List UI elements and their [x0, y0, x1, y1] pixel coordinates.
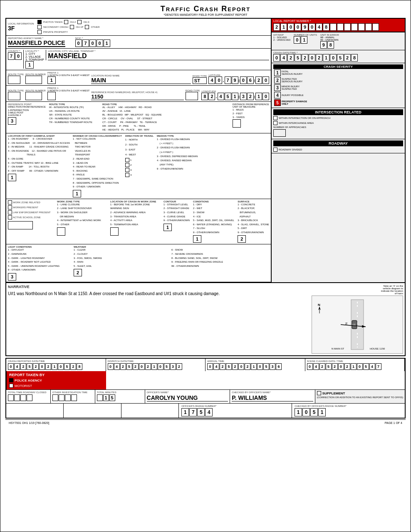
cr-0c: 0: [58, 363, 64, 370]
route-type-code-list: IR - INTERSTATE ROUTE (TF) US - FEDERAL …: [49, 106, 99, 124]
tm-1: 1: [103, 394, 109, 401]
workers-checkbox[interactable]: [8, 205, 12, 209]
ue-9: 9: [320, 41, 327, 49]
oh2-checkbox[interactable]: [64, 20, 68, 24]
rn-0: 0: [287, 23, 294, 31]
within-interchange-checkbox[interactable]: [273, 121, 277, 125]
photos-checkbox[interactable]: [37, 20, 42, 24]
local-info-group: LOCAL INFORMATION 3F: [8, 22, 34, 32]
road-svg: N N MAIN ST HOUSE 1150 U1: [316, 298, 399, 352]
sc-4: 4: [313, 363, 319, 370]
intersection-section: INTERSECTION RELATED WITHIN INTERSECTION…: [272, 108, 405, 139]
within-intersection-checkbox[interactable]: [273, 116, 277, 120]
hitskip-row: HIT/SKIP 1 - SOLVED 2 - UNSOLVED NUMBER …: [273, 34, 403, 49]
secondary-crash-label: SECONDARY CRASH: [43, 26, 68, 28]
workzone-checkbox[interactable]: [8, 200, 12, 204]
lon-1: 1: [232, 93, 238, 100]
route-type-input[interactable]: [8, 76, 20, 84]
route2-num-group: ROUTE NUMBER: [25, 89, 46, 100]
route-num-label: ROUTE NUMBER: [25, 73, 46, 76]
report-num-chars: 2 1 0 0 9 0 4 8: [273, 23, 379, 31]
severity-items: 1 FATALSERIOUS INJURY 2 SUSPECTEDSERIOUS…: [273, 69, 403, 106]
ncic-1: 1: [104, 39, 110, 47]
prefix1-group: PREFIX 1 1-NORTH 2-SOUTH 3-EAST 4-WEST 1: [47, 71, 89, 84]
svg-text:N MAIN ST: N MAIN ST: [332, 347, 344, 350]
oi-blank3: [65, 394, 71, 401]
supplement-label: SUPPLEMENT: [322, 392, 345, 395]
distance-input[interactable]: [233, 119, 241, 128]
weather-list: 1 - CLEAR6 - SNOW 2 - CLOUDY7 - SEVERE C…: [74, 248, 269, 268]
roadway-divided-checkbox[interactable]: [273, 148, 277, 152]
prefix2-input[interactable]: [47, 92, 56, 100]
route2-num-input[interactable]: [25, 92, 42, 100]
roadway-section: ROADWAY ROADWAY DIVIDED: [272, 139, 405, 153]
private-property-checkbox[interactable]: [37, 30, 42, 34]
locality-opt1: 1. CITY: [25, 52, 44, 55]
report-subtitle: *DENOTES MANDATORY FIELD FOR SUPPLEMENT …: [5, 13, 406, 16]
nu-0: 0: [294, 36, 300, 44]
harmful-value: 1: [8, 174, 16, 181]
route-num-input[interactable]: [25, 76, 42, 84]
footer-page: PAGE 1 OF 4: [385, 421, 402, 424]
cdt-0c: 0: [330, 54, 337, 62]
bottom-section: CRASH REPORTED DATE/TIME 0 4 2 5 2 0 2 1…: [5, 358, 406, 419]
report-num-label: LOCAL REPORT NUMBER *: [273, 20, 403, 22]
route2-type-input[interactable]: [8, 92, 20, 100]
route-type-group: ROUTE TYPE: [8, 73, 24, 84]
latitude-chars: 4 0 . 7 9 | 0 6 | 2 0: [208, 76, 269, 84]
law-enf-check: LAW ENFORCEMENT PRESENT: [8, 210, 54, 214]
other-checkbox[interactable]: [85, 25, 89, 29]
workzone-value-input[interactable]: [8, 221, 33, 229]
rn-blank2: [337, 23, 344, 31]
law-enforcement-checkbox[interactable]: [8, 210, 12, 214]
narrative-text: U#1 was Northbound on N Main St at 1150.…: [8, 291, 308, 297]
lon-1b: 1: [255, 93, 262, 100]
lon-2: 2: [208, 93, 215, 100]
workers-label: WORKERS PRESENT: [13, 206, 38, 209]
cr-4: 4: [14, 363, 20, 370]
rn-blank4: [351, 23, 358, 31]
tm-blank1: [97, 394, 103, 401]
school-checkbox[interactable]: [8, 215, 12, 219]
workzone-type-list: 1 - LANE CLOSURE 2 - LANE SHIFT/CROSSOVE…: [57, 203, 107, 227]
conditions-group: CONDITIONS 1 - DRY 2 - WET 3 - SNOW 4 - …: [193, 200, 234, 243]
checked-by-cell: CHECKED BY OFFICER'S NAME* P. WILLIAMS: [230, 390, 315, 403]
lat-0b: 0: [240, 76, 247, 84]
cb-0: 0: [302, 408, 310, 416]
lat-4: 4: [208, 76, 215, 84]
oh3-label: OH-3: [83, 21, 89, 23]
roadway-closed-label: TOTAL TIME ROADWAY CLOSED: [8, 391, 49, 394]
other-investigation-cell: OTHER INVESTIGATION TIME: [51, 390, 95, 403]
sc-2b: 2: [332, 363, 338, 370]
road-type-codes: ROAD TYPE AL - ALLEY HW - HIGHWAY RD - R…: [102, 103, 229, 132]
checked-badge-label: CHECKED BY OFFICER'S BADGE NUMBER*: [295, 405, 402, 407]
num-approaches-input[interactable]: [273, 129, 286, 137]
supplement-checkbox[interactable]: [317, 391, 321, 395]
secondary-crash-checkbox[interactable]: [37, 25, 42, 29]
di-2b: 2: [133, 363, 139, 370]
conditions-list: 1 - DRY 2 - WET 3 - SNOW 4 - ICE 5 - SAN…: [193, 203, 234, 235]
location-wz-input[interactable]: [110, 227, 119, 236]
county-section: COUNTY * 7 0 LOCALITY * 1. CITY 2. VILLA…: [6, 49, 271, 70]
scene-cleared-label: SCENE CLEARED DATE / TIME: [307, 360, 403, 362]
police-agency-row: POLICE AGENCY: [9, 378, 104, 382]
checked-by-value: P. WILLIAMS: [232, 394, 313, 401]
lon-8: 8: [201, 93, 208, 100]
locality-opt3: 3. TOWNSHIP: [25, 58, 44, 61]
motorist-checkbox[interactable]: [9, 384, 13, 388]
road2-type-input[interactable]: [186, 92, 198, 100]
oh1p-checkbox[interactable]: [70, 25, 74, 29]
crashdatetime-section: CRASH DATE/TIME * 0 4 2 5 2 0 2 1 0 5 2 …: [272, 50, 405, 63]
prefix2-opts: 1-NORTH 2-SOUTH 3-EAST 4-WEST: [47, 89, 89, 92]
sev-4-text: INJURY POSSIBLE: [282, 94, 304, 96]
sev-2-num: 2: [274, 77, 281, 84]
contour-group: CONTOUR 1 - STRAIGHT LEVEL 2 - STRAIGHT …: [163, 200, 190, 243]
oh3-checkbox[interactable]: [77, 20, 82, 24]
cdt-2c: 2: [316, 54, 322, 62]
sc-2c: 2: [344, 363, 350, 370]
cr-2b: 2: [33, 363, 39, 370]
hitskip-opt2: 2 - UNSOLVED: [273, 39, 290, 41]
workzone-type-input[interactable]: [57, 227, 65, 236]
police-agency-checkbox[interactable]: [9, 378, 13, 382]
route2-num-label: ROUTE NUMBER: [25, 89, 46, 92]
